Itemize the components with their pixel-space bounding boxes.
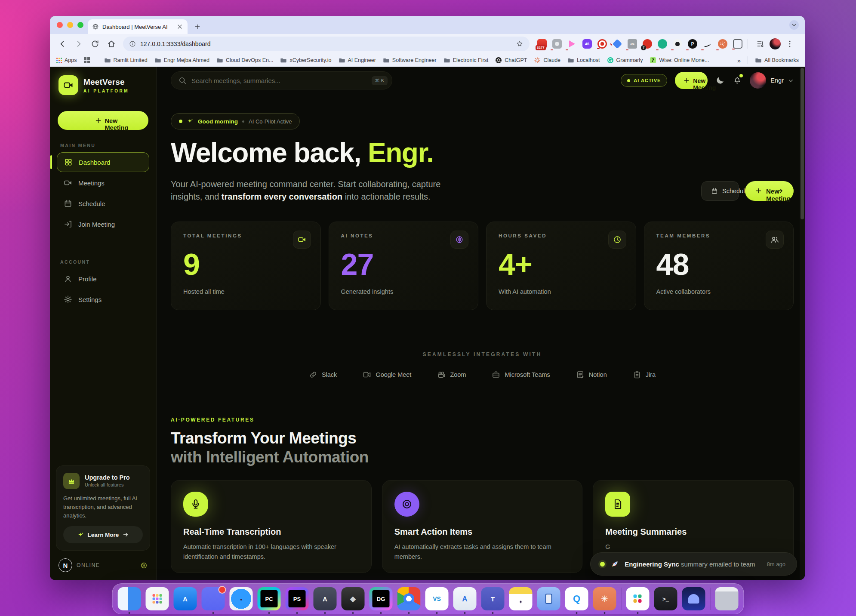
dock-launchpad[interactable] [146,587,169,610]
dock-discord[interactable] [202,587,225,610]
extension-pin[interactable] [688,39,697,49]
dock-notes[interactable] [509,587,533,610]
hero-description: Your AI-powered meeting command center. … [171,178,455,203]
home-button[interactable] [104,37,119,51]
sidebar-item-profile[interactable]: Profile [57,269,149,289]
dock-vscode[interactable]: VS [425,587,449,610]
dock-terminal[interactable]: >_ [654,587,677,610]
all-bookmarks-button[interactable]: All Bookmarks [755,57,799,64]
dock-arc[interactable]: A [314,587,337,610]
extension-adblock[interactable] [597,39,607,49]
reading-list-button[interactable] [753,37,768,51]
bookmark-xcybersecurity-io[interactable]: xCyberSecurity.io [280,57,331,64]
extension-vpn[interactable]: 45 [582,39,592,49]
refresh-button[interactable] [88,37,102,51]
notification-toast[interactable]: Engineering Sync summary emailed to team… [590,552,797,576]
chevron-down-icon [788,78,794,83]
bookmark-ramlit-limited[interactable]: Ramlit Limited [104,57,148,64]
extension-badge: 3277 [536,45,546,50]
dock-unity[interactable]: ◆ [342,587,365,610]
extension-play[interactable] [567,39,577,49]
dock-appstore[interactable]: A [174,587,197,610]
extension-tag[interactable] [613,39,622,49]
bookmark-claude[interactable]: Claude [534,57,560,64]
brand-subtitle: AI PLATFORM [83,89,129,93]
extension-clip[interactable] [733,39,742,49]
dock-safari[interactable] [230,587,253,610]
bookmark-engr-mejba-ahmed[interactable]: Engr Mejba Ahmed [154,57,209,64]
bookmark-chatgpt[interactable]: ChatGPT [495,57,527,64]
dock-trash[interactable] [715,587,739,610]
sidebar-item-settings[interactable]: Settings [57,290,149,309]
sidebar-item-meetings[interactable]: Meetings [57,173,149,193]
user-menu[interactable]: Engr [750,72,794,89]
wise-icon [650,57,656,64]
sidebar-divider [59,242,148,242]
extension-claude[interactable] [718,39,727,49]
apps-shortcut[interactable]: Apps [56,57,77,63]
sidebar-item-dashboard[interactable]: Dashboard [57,152,149,172]
bookmark-ai-engineer[interactable]: AI Engineer [339,57,376,64]
back-button[interactable] [55,37,70,51]
sidebar-item-join-meeting[interactable]: Join Meeting [57,214,149,234]
browser-profile-avatar[interactable] [770,38,781,49]
plus-icon [684,77,690,83]
sidebar-item-schedule[interactable]: Schedule [57,194,149,213]
bookmark-star-icon[interactable] [516,40,523,48]
bookmark-cloud-devops-en[interactable]: Cloud DevOps En... [216,57,273,64]
hero-new-meeting-button[interactable]: New Meeting [745,181,794,201]
notifications-button[interactable] [733,75,742,86]
forward-button[interactable] [71,37,86,51]
extension-paw[interactable] [673,39,682,49]
bookmark-grammarly[interactable]: Grammarly [607,57,643,64]
header-new-meeting-button[interactable]: New Meeting [675,72,708,89]
camera-box-icon [363,370,371,379]
learn-more-button[interactable]: Learn More [63,526,143,543]
dock-quicktime[interactable]: Q [565,587,588,610]
extension-gseven[interactable]: 7 [643,39,652,49]
dock-finder[interactable] [118,587,141,610]
theme-toggle-button[interactable] [715,76,725,85]
tab-groups-icon[interactable] [84,57,90,63]
scrollbar-thumb[interactable] [801,68,804,219]
dock-phpstorm[interactable]: PS [286,587,309,610]
zoom-window-button[interactable] [77,22,83,28]
bookmark-wise-online-mone[interactable]: Wise: Online Mone... [650,57,709,64]
dock-claude[interactable]: ✳ [593,587,616,610]
extension-sign[interactable] [703,39,712,49]
site-info-icon[interactable] [129,40,136,47]
dock-xcode[interactable]: A [453,587,477,610]
tab-overview-button[interactable] [789,20,799,30]
minimize-window-button[interactable] [67,22,73,28]
url-text[interactable]: 127.0.0.1:3333/dashboard [140,40,511,47]
extension-gmail[interactable]: 3277 [537,39,547,49]
dock-datagrip[interactable]: DG [369,587,393,610]
browser-tab[interactable]: Dashboard | MeetVerse AI [88,19,188,34]
dock-chrome[interactable] [397,587,421,610]
search-input[interactable]: Search meetings, summaries... ⌘ K [171,71,392,89]
extension-nord[interactable] [658,39,667,49]
scrollbar-track[interactable] [800,67,805,580]
dock-phone[interactable] [537,587,560,610]
schedule-button[interactable]: Schedule [701,181,739,201]
dock-slack[interactable] [626,587,650,610]
dock-pycharm[interactable]: PC [258,587,281,610]
url-bar[interactable]: 127.0.0.1:3333/dashboard [123,37,530,51]
bookmark-localhost[interactable]: Localhost [567,57,600,64]
dock-ghostty[interactable] [682,587,705,610]
bookmarks-overflow-button[interactable]: » [737,57,741,64]
sidebar-new-meeting-button[interactable]: New Meeting [58,111,148,130]
new-tab-button[interactable] [192,21,203,32]
bookmark-electronic-first[interactable]: Electronic First [443,57,489,64]
dock-glyph: PC [261,590,278,607]
browser-menu-button[interactable] [782,37,797,51]
stat-value: 27 [341,249,466,280]
close-tab-icon[interactable] [176,23,183,30]
extension-badge [610,43,613,46]
extension-camera[interactable] [552,39,562,49]
extension-code[interactable] [628,39,637,49]
bookmark-software-engineer[interactable]: Software Engineer [383,57,437,64]
dock-glyph: PS [289,590,306,607]
dock-teams[interactable]: T [481,587,505,610]
close-window-button[interactable] [57,22,63,28]
